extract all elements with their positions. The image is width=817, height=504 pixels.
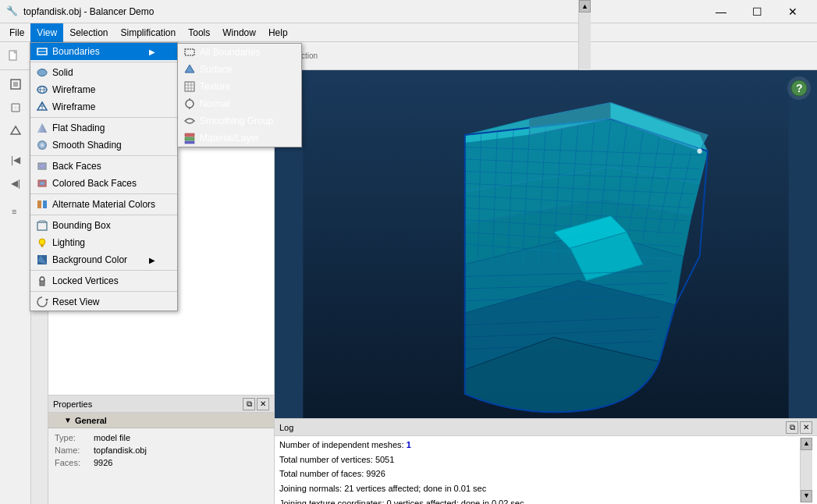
svg-text:|◀: |◀ <box>11 154 21 165</box>
left-tool-1[interactable] <box>5 73 27 95</box>
log-line-2: Total number of vertices: 5051 <box>279 453 800 467</box>
svg-text:?: ? <box>796 82 803 94</box>
left-tool-5[interactable]: ◀| <box>5 172 27 193</box>
properties-content: Type: model file Name: topfandisk.obj Fa… <box>48 428 274 504</box>
menu-simplification[interactable]: Simplification <box>115 23 183 42</box>
properties-expand-icon[interactable]: ▼ <box>64 416 72 424</box>
menu-wireframe-1[interactable]: Wireframe <box>30 81 177 98</box>
submenu-texture[interactable]: Texture <box>178 78 301 95</box>
submenu-material-layer[interactable]: Material/Layer <box>178 130 301 147</box>
boundaries-icon <box>35 44 49 59</box>
wireframe1-icon <box>35 83 49 97</box>
left-tool-3[interactable] <box>5 120 27 142</box>
smooth-shading-icon <box>35 138 49 152</box>
back-faces-icon <box>35 159 49 173</box>
svg-point-75 <box>186 100 194 108</box>
menu-alternate-material[interactable]: Alternate Material Colors <box>30 196 177 213</box>
menu-flat-shading[interactable]: Flat Shading <box>30 119 177 137</box>
alternate-material-label: Alternate Material Colors <box>52 199 155 210</box>
log-line-3: Total number of faces: 9926 <box>279 467 800 481</box>
log-line-5: Joining texture coordinates: 0 vertices … <box>279 496 800 504</box>
menu-tools[interactable]: Tools <box>182 23 216 42</box>
properties-title: Properties <box>53 399 92 409</box>
alternate-material-icon <box>35 197 49 211</box>
menu-boundaries[interactable]: Boundaries ▶ All Boundaries Surface <box>30 43 177 60</box>
properties-close[interactable]: ✕ <box>257 398 269 410</box>
menu-window[interactable]: Window <box>216 23 262 42</box>
scroll-up[interactable]: ▲ <box>579 0 591 12</box>
menu-bounding-box[interactable]: Bounding Box <box>30 217 177 234</box>
locked-vertices-label: Locked Vertices <box>52 275 119 286</box>
svg-rect-96 <box>37 201 41 208</box>
wireframe2-icon <box>35 100 49 114</box>
viewport-help[interactable]: ? <box>787 76 811 100</box>
mesh-svg <box>275 70 817 418</box>
boundaries-label: Boundaries <box>52 46 100 57</box>
submenu-smoothing-group[interactable]: Smoothing Group <box>178 112 301 130</box>
background-color-label: Background Color <box>52 254 127 265</box>
all-boundaries-icon <box>183 45 197 59</box>
surface-label: Surface <box>200 64 232 75</box>
close-button[interactable]: ✕ <box>775 0 811 23</box>
prop-type-row: Type: model file <box>55 431 268 444</box>
toolbar-new[interactable] <box>3 45 25 67</box>
menu-file[interactable]: File <box>3 23 30 42</box>
log-close[interactable]: ✕ <box>800 421 812 434</box>
menu-help[interactable]: Help <box>262 23 294 42</box>
help-icon: ? <box>790 79 808 98</box>
prop-faces-value: 9926 <box>94 458 112 467</box>
menu-smooth-shading[interactable]: Smooth Shading <box>30 137 177 154</box>
smooth-shading-label: Smooth Shading <box>52 140 122 151</box>
log-scroll-up[interactable]: ▲ <box>801 438 812 450</box>
log-line-4: Joining normals: 21 vertices affected; d… <box>279 481 800 496</box>
solid-icon <box>35 66 49 80</box>
reset-view-label: Reset View <box>52 296 99 307</box>
normal-label: Normal <box>200 98 230 109</box>
menu-solid[interactable]: Solid <box>30 64 177 81</box>
reset-view-icon <box>35 295 49 309</box>
log-scrollbar[interactable]: ▲ ▼ <box>800 438 812 502</box>
svg-point-81 <box>37 69 47 76</box>
smoothing-group-icon <box>183 114 197 128</box>
menu-reset-view[interactable]: Reset View <box>30 293 177 311</box>
texture-label: Texture <box>200 81 230 92</box>
submenu-surface[interactable]: Surface <box>178 61 301 78</box>
log-controls: ⧉ ✕ <box>786 421 812 434</box>
titlebar: 🔧 topfandisk.obj - Balancer Demo — ☐ ✕ <box>0 0 817 23</box>
menu-selection[interactable]: Selection <box>63 23 114 42</box>
left-toolbar: |◀ ◀| ≡ <box>0 70 31 504</box>
menubar: File View Selection Simplification Tools… <box>0 23 817 42</box>
menu-wireframe-2[interactable]: Wireframe <box>30 98 177 115</box>
smoothing-group-label: Smoothing Group <box>200 115 273 126</box>
svg-rect-19 <box>13 82 18 87</box>
prop-name-value: topfandisk.obj <box>94 445 147 455</box>
svg-text:≡: ≡ <box>12 207 16 216</box>
left-tool-6[interactable]: ≡ <box>5 200 27 222</box>
viewport: ? <box>275 70 817 418</box>
minimize-button[interactable]: — <box>703 0 739 23</box>
sep-1 <box>30 62 177 62</box>
prop-faces-label: Faces: <box>55 458 94 467</box>
menu-back-faces[interactable]: Back Faces <box>30 158 177 175</box>
menu-colored-back-faces[interactable]: Colored Back Faces <box>30 175 177 192</box>
maximize-button[interactable]: ☐ <box>739 0 775 23</box>
surface-icon <box>183 62 197 76</box>
sep-4 <box>30 193 177 194</box>
log-scroll-track <box>801 450 812 490</box>
log-content: Number of independent meshes: 1 Total nu… <box>275 436 817 504</box>
log-title: Log <box>279 423 293 432</box>
menu-lighting[interactable]: Lighting <box>30 234 177 251</box>
submenu-all-boundaries[interactable]: All Boundaries <box>178 44 301 61</box>
submenu-normal[interactable]: Normal <box>178 95 301 112</box>
menu-view[interactable]: View <box>30 23 63 42</box>
back-faces-label: Back Faces <box>52 161 101 172</box>
left-tool-2[interactable] <box>5 97 27 119</box>
log-restore[interactable]: ⧉ <box>786 421 798 434</box>
sep-7 <box>30 291 177 292</box>
menu-locked-vertices[interactable]: Locked Vertices <box>30 272 177 289</box>
left-tool-4[interactable]: |◀ <box>5 148 27 170</box>
properties-restore[interactable]: ⧉ <box>243 398 255 410</box>
all-boundaries-label: All Boundaries <box>200 47 260 58</box>
log-scroll-down[interactable]: ▼ <box>801 490 812 502</box>
menu-background-color[interactable]: Background Color ▶ <box>30 251 177 268</box>
